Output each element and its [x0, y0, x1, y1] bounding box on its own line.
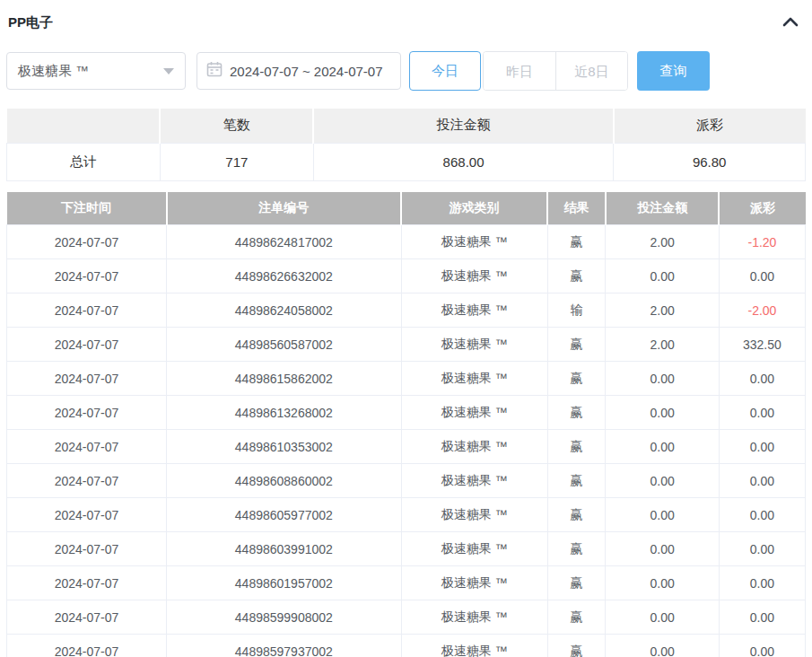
cell-payout: 0.00: [719, 259, 805, 293]
summary-total-count: 717: [160, 143, 313, 180]
calendar-icon: [206, 61, 230, 81]
cell-payout: 0.00: [719, 498, 805, 532]
cell-result: 赢: [547, 566, 606, 600]
cell-order-no: 44898624817002: [167, 225, 402, 259]
cell-game-type: 极速糖果 ™: [401, 259, 547, 293]
cell-game-type: 极速糖果 ™: [401, 362, 547, 396]
bet-table-header-row: 下注时间 注单编号 游戏类别 结果 投注金额 派彩: [7, 192, 806, 225]
cell-game-type: 极速糖果 ™: [401, 328, 547, 362]
table-row: 2024-07-0744898605977002极速糖果 ™赢0.000.00: [7, 498, 806, 532]
cell-result: 赢: [547, 600, 606, 635]
header-order-no: 注单编号: [167, 192, 402, 225]
today-button[interactable]: 今日: [409, 51, 481, 91]
cell-bet-amount: 0.00: [606, 600, 719, 635]
cell-order-no: 44898560587002: [167, 328, 402, 362]
cell-bet-amount: 2.00: [606, 225, 719, 259]
header-game-type: 游戏类别: [401, 192, 547, 225]
cell-result: 输: [547, 293, 606, 328]
cell-bet-amount: 0.00: [606, 532, 719, 566]
summary-table: 笔数 投注金额 派彩 总计 717 868.00 96.80: [6, 109, 806, 181]
cell-order-no: 44898613268002: [167, 396, 402, 430]
cell-payout: 0.00: [719, 464, 805, 498]
last-8-days-button[interactable]: 近8日: [555, 52, 627, 91]
cell-game-type: 极速糖果 ™: [401, 464, 547, 498]
table-row: 2024-07-0744898610353002极速糖果 ™赢0.000.00: [7, 430, 806, 464]
summary-header-blank: [7, 109, 161, 143]
cell-result: 赢: [547, 430, 606, 464]
cell-bet-time: 2024-07-07: [7, 430, 167, 464]
cell-bet-amount: 0.00: [606, 259, 719, 293]
cell-order-no: 44898608860002: [167, 464, 402, 498]
cell-bet-amount: 0.00: [606, 464, 719, 498]
summary-total-payout: 96.80: [614, 143, 806, 180]
summary-header-row: 笔数 投注金额 派彩: [7, 109, 806, 143]
search-button[interactable]: 查询: [637, 51, 710, 91]
cell-result: 赢: [547, 328, 606, 362]
game-select-value: 极速糖果 ™: [18, 63, 89, 80]
cell-order-no: 44898615862002: [167, 362, 402, 396]
cell-bet-time: 2024-07-07: [7, 566, 167, 600]
cell-result: 赢: [547, 498, 606, 532]
cell-bet-amount: 0.00: [606, 362, 719, 396]
cell-bet-amount: 2.00: [606, 293, 719, 328]
cell-result: 赢: [547, 225, 606, 259]
cell-bet-time: 2024-07-07: [7, 259, 167, 293]
cell-game-type: 极速糖果 ™: [401, 430, 547, 464]
cell-payout: 0.00: [719, 600, 805, 635]
cell-game-type: 极速糖果 ™: [401, 532, 547, 566]
cell-payout: -1.20: [719, 225, 805, 259]
cell-payout: -2.00: [719, 293, 805, 328]
cell-result: 赢: [547, 635, 606, 657]
game-select[interactable]: 极速糖果 ™: [6, 52, 186, 90]
header-result: 结果: [547, 192, 606, 225]
summary-header-bet-amount: 投注金额: [313, 109, 614, 143]
yesterday-button[interactable]: 昨日: [484, 52, 555, 91]
cell-bet-time: 2024-07-07: [7, 396, 167, 430]
chevron-up-icon: [782, 16, 799, 30]
summary-total-label: 总计: [7, 143, 161, 180]
table-row: 2024-07-0744898601957002极速糖果 ™赢0.000.00: [7, 566, 806, 600]
summary-total-bet-amount: 868.00: [313, 143, 614, 180]
cell-bet-amount: 0.00: [606, 566, 719, 600]
panel-header: PP电子: [6, 13, 806, 31]
bet-records-table: 下注时间 注单编号 游戏类别 结果 投注金额 派彩 2024-07-074489…: [6, 192, 806, 657]
cell-bet-time: 2024-07-07: [7, 464, 167, 498]
cell-order-no: 44898603991002: [167, 532, 402, 566]
date-range-value: 2024-07-07 ~ 2024-07-07: [230, 64, 383, 79]
page-title: PP电子: [8, 14, 53, 31]
cell-bet-time: 2024-07-07: [7, 600, 167, 635]
cell-bet-amount: 0.00: [606, 430, 719, 464]
cell-game-type: 极速糖果 ™: [401, 635, 547, 657]
cell-order-no: 44898626632002: [167, 259, 402, 293]
summary-header-count: 笔数: [160, 109, 313, 143]
filter-controls: 极速糖果 ™ 2024-07-07 ~ 2024-07-07 今日 昨: [6, 51, 806, 91]
cell-payout: 0.00: [719, 532, 805, 566]
summary-header-payout: 派彩: [614, 109, 806, 143]
collapse-panel-button[interactable]: [779, 14, 802, 31]
cell-result: 赢: [547, 362, 606, 396]
cell-order-no: 44898597937002: [167, 635, 402, 657]
cell-bet-amount: 0.00: [606, 396, 719, 430]
cell-payout: 0.00: [719, 566, 805, 600]
pp-electronic-panel: PP电子 极速糖果 ™ 2024: [0, 0, 812, 657]
table-row: 2024-07-0744898624058002极速糖果 ™输2.00-2.00: [7, 293, 806, 328]
header-payout: 派彩: [719, 192, 805, 225]
cell-result: 赢: [547, 259, 606, 293]
table-row: 2024-07-0744898615862002极速糖果 ™赢0.000.00: [7, 362, 806, 396]
table-row: 2024-07-0744898599908002极速糖果 ™赢0.000.00: [7, 600, 806, 635]
header-bet-time: 下注时间: [7, 192, 167, 225]
cell-result: 赢: [547, 532, 606, 566]
cell-game-type: 极速糖果 ™: [401, 498, 547, 532]
bet-table-body: 2024-07-0744898624817002极速糖果 ™赢2.00-1.20…: [7, 225, 806, 657]
cell-game-type: 极速糖果 ™: [401, 225, 547, 259]
table-row: 2024-07-0744898560587002极速糖果 ™赢2.00332.5…: [7, 328, 806, 362]
quick-date-group: 昨日 近8日: [483, 51, 628, 91]
cell-game-type: 极速糖果 ™: [401, 396, 547, 430]
date-range-input[interactable]: 2024-07-07 ~ 2024-07-07: [196, 52, 401, 90]
cell-order-no: 44898624058002: [167, 293, 402, 328]
cell-payout: 0.00: [719, 362, 805, 396]
table-row: 2024-07-0744898613268002极速糖果 ™赢0.000.00: [7, 396, 806, 430]
cell-payout: 0.00: [719, 635, 805, 657]
cell-bet-time: 2024-07-07: [7, 225, 167, 259]
cell-order-no: 44898601957002: [167, 566, 402, 600]
